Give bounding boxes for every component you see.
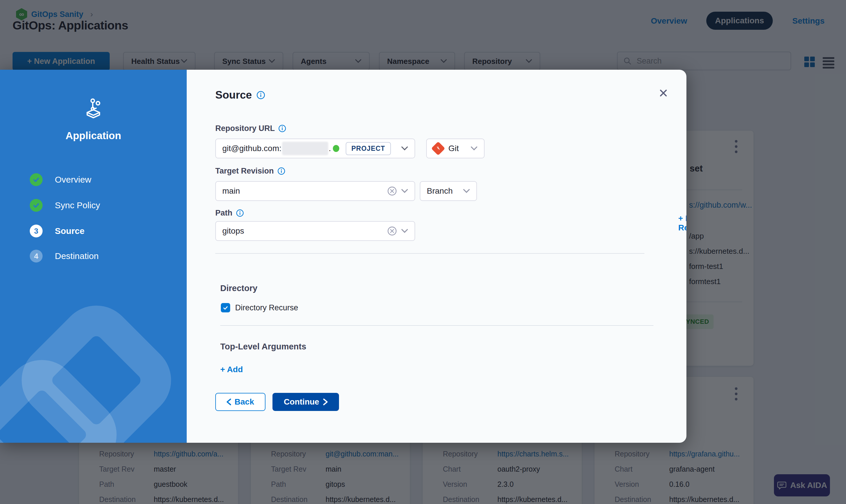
- repo-type-select[interactable]: Git: [426, 139, 485, 158]
- wizard-sidebar: Application Overview Sync Policy 3 Sourc…: [0, 70, 187, 443]
- info-icon[interactable]: [236, 209, 244, 217]
- back-button[interactable]: Back: [215, 393, 266, 411]
- repo-url-input[interactable]: git@github.com: . PROJECT: [215, 139, 415, 158]
- chevron-down-icon[interactable]: [401, 229, 408, 233]
- chevron-down-icon[interactable]: [471, 146, 478, 151]
- new-repository-link[interactable]: + New Repository: [678, 214, 686, 232]
- scope-badge: PROJECT: [346, 142, 391, 155]
- chevron-right-icon: [323, 398, 328, 406]
- info-icon[interactable]: [256, 91, 265, 100]
- target-revision-label: Target Revision: [215, 166, 274, 176]
- gitops-applications-page: ∞ GitOps Sanity › GitOps: Applications O…: [0, 0, 846, 504]
- section-divider: [220, 325, 653, 326]
- wizard-step-destination[interactable]: 4 Destination: [30, 250, 98, 263]
- wizard-step-source[interactable]: 3 Source: [30, 224, 85, 237]
- source-step-panel: Source Repository URL git@github.com: . …: [187, 70, 686, 443]
- directory-recurse-checkbox[interactable]: [221, 303, 230, 312]
- git-icon: [431, 142, 445, 156]
- step-done-check-icon: [30, 173, 42, 186]
- clear-icon[interactable]: [387, 186, 397, 196]
- continue-button[interactable]: Continue: [272, 393, 339, 411]
- revision-type-select[interactable]: Branch: [420, 181, 477, 201]
- repo-verified-dot-icon: [333, 145, 339, 152]
- redacted-blur: [282, 142, 328, 155]
- chevron-down-icon[interactable]: [401, 146, 408, 151]
- application-icon: [84, 98, 103, 121]
- close-icon[interactable]: [657, 87, 670, 100]
- target-revision-input[interactable]: main: [215, 181, 415, 201]
- step-number-badge: 4: [30, 250, 42, 263]
- panel-heading: Source: [215, 89, 252, 101]
- chevron-down-icon[interactable]: [463, 189, 470, 193]
- directory-heading: Directory: [220, 284, 257, 293]
- check-icon: [222, 305, 229, 311]
- wizard-title: Application: [0, 130, 187, 142]
- new-application-modal: Application Overview Sync Policy 3 Sourc…: [0, 70, 686, 443]
- path-input[interactable]: gitops: [215, 221, 415, 241]
- chevron-left-icon: [227, 398, 231, 406]
- info-icon[interactable]: [277, 167, 285, 175]
- directory-recurse-label[interactable]: Directory Recurse: [235, 303, 298, 312]
- wizard-step-sync-policy[interactable]: Sync Policy: [30, 199, 100, 212]
- info-icon[interactable]: [278, 125, 286, 132]
- step-number-badge: 3: [30, 224, 42, 237]
- section-divider: [215, 253, 644, 254]
- clear-icon[interactable]: [387, 226, 397, 236]
- top-level-arguments-heading: Top-Level Arguments: [220, 342, 306, 352]
- repo-url-label: Repository URL: [215, 124, 275, 133]
- add-argument-link[interactable]: + Add: [220, 365, 243, 374]
- step-done-check-icon: [30, 199, 42, 212]
- gitops-watermark: [0, 265, 187, 443]
- path-label: Path: [215, 209, 233, 218]
- chevron-down-icon[interactable]: [401, 189, 408, 193]
- wizard-step-overview[interactable]: Overview: [30, 173, 91, 186]
